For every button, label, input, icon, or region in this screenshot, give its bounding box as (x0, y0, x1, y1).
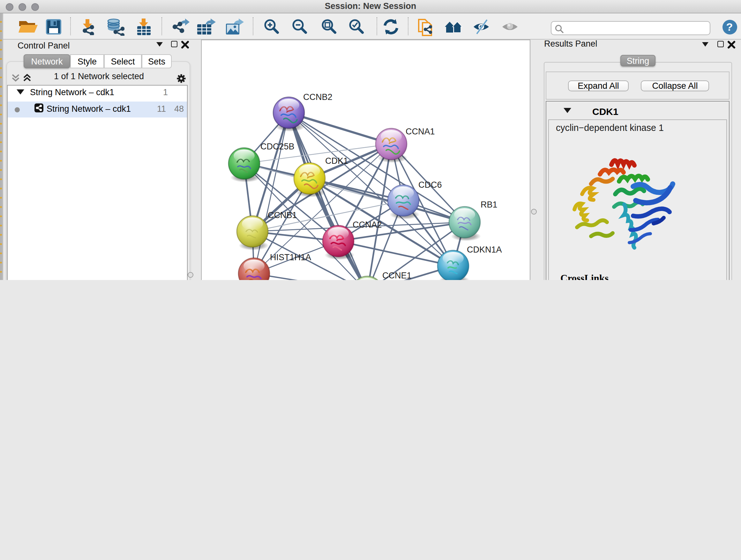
svg-text:CCNB2: CCNB2 (303, 92, 332, 102)
svg-text:CDKN1A: CDKN1A (467, 245, 502, 254)
svg-text:RB1: RB1 (480, 199, 497, 209)
svg-text:HIST1H1A: HIST1H1A (270, 252, 311, 262)
svg-text:CCNB1: CCNB1 (267, 210, 297, 220)
svg-text:CCNA1: CCNA1 (405, 126, 434, 136)
svg-text:CDC6: CDC6 (418, 180, 442, 189)
svg-text:CCNE1: CCNE1 (382, 270, 411, 280)
svg-text:CCNA2: CCNA2 (352, 220, 382, 229)
svg-text:CDC25B: CDC25B (260, 141, 294, 151)
svg-text:CDK1: CDK1 (325, 156, 348, 165)
